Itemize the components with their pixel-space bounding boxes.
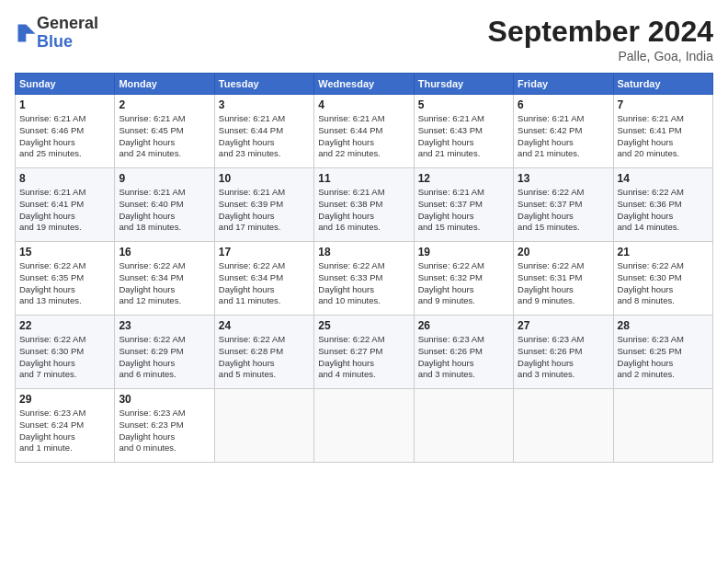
day-number: 1 xyxy=(19,98,110,111)
table-row: 29 Sunrise: 6:23 AMSunset: 6:24 PMDaylig… xyxy=(16,389,115,463)
day-number: 4 xyxy=(318,98,409,111)
day-info: Sunrise: 6:21 AMSunset: 6:39 PMDaylight … xyxy=(219,187,285,232)
day-info: Sunrise: 6:23 AMSunset: 6:26 PMDaylight … xyxy=(418,334,484,379)
day-number: 29 xyxy=(19,393,110,406)
table-row xyxy=(514,389,613,463)
col-sunday: Sunday xyxy=(16,74,115,95)
day-number: 18 xyxy=(318,246,409,259)
day-info: Sunrise: 6:21 AMSunset: 6:44 PMDaylight … xyxy=(219,113,285,158)
day-info: Sunrise: 6:22 AMSunset: 6:34 PMDaylight … xyxy=(219,260,285,305)
table-row: 14 Sunrise: 6:22 AMSunset: 6:36 PMDaylig… xyxy=(613,168,712,242)
table-row: 16 Sunrise: 6:22 AMSunset: 6:34 PMDaylig… xyxy=(115,242,214,316)
title-block: September 2024 Palle, Goa, India xyxy=(488,15,713,63)
table-row: 4 Sunrise: 6:21 AMSunset: 6:44 PMDayligh… xyxy=(314,95,414,168)
table-row xyxy=(414,389,513,463)
day-number: 30 xyxy=(119,393,210,406)
day-number: 11 xyxy=(318,172,409,185)
table-row: 19 Sunrise: 6:22 AMSunset: 6:32 PMDaylig… xyxy=(414,242,513,316)
day-info: Sunrise: 6:22 AMSunset: 6:28 PMDaylight … xyxy=(219,334,285,379)
day-info: Sunrise: 6:22 AMSunset: 6:36 PMDaylight … xyxy=(618,187,684,232)
day-info: Sunrise: 6:21 AMSunset: 6:45 PMDaylight … xyxy=(119,113,185,158)
day-number: 7 xyxy=(618,98,709,111)
day-info: Sunrise: 6:21 AMSunset: 6:37 PMDaylight … xyxy=(418,187,484,232)
calendar-table: Sunday Monday Tuesday Wednesday Thursday… xyxy=(15,73,713,463)
table-row: 2 Sunrise: 6:21 AMSunset: 6:45 PMDayligh… xyxy=(115,95,214,168)
day-number: 15 xyxy=(19,246,110,259)
day-number: 14 xyxy=(618,172,709,185)
table-row: 26 Sunrise: 6:23 AMSunset: 6:26 PMDaylig… xyxy=(414,316,513,389)
day-number: 16 xyxy=(119,246,210,259)
logo-blue: Blue xyxy=(37,33,98,52)
day-number: 9 xyxy=(119,172,210,185)
table-row: 7 Sunrise: 6:21 AMSunset: 6:41 PMDayligh… xyxy=(613,95,712,168)
table-row: 6 Sunrise: 6:21 AMSunset: 6:42 PMDayligh… xyxy=(514,95,613,168)
day-number: 22 xyxy=(19,319,110,332)
logo: General Blue xyxy=(15,15,98,52)
table-row: 12 Sunrise: 6:21 AMSunset: 6:37 PMDaylig… xyxy=(414,168,513,242)
table-row: 28 Sunrise: 6:23 AMSunset: 6:25 PMDaylig… xyxy=(613,316,712,389)
day-info: Sunrise: 6:21 AMSunset: 6:46 PMDaylight … xyxy=(19,113,85,158)
day-info: Sunrise: 6:22 AMSunset: 6:37 PMDaylight … xyxy=(518,187,584,232)
logo-icon xyxy=(17,23,37,43)
col-wednesday: Wednesday xyxy=(314,74,414,95)
table-row: 24 Sunrise: 6:22 AMSunset: 6:28 PMDaylig… xyxy=(214,316,313,389)
day-info: Sunrise: 6:22 AMSunset: 6:27 PMDaylight … xyxy=(318,334,384,379)
col-monday: Monday xyxy=(115,74,214,95)
day-number: 17 xyxy=(219,246,310,259)
day-info: Sunrise: 6:21 AMSunset: 6:40 PMDaylight … xyxy=(119,187,185,232)
table-row: 23 Sunrise: 6:22 AMSunset: 6:29 PMDaylig… xyxy=(115,316,214,389)
day-number: 2 xyxy=(119,98,210,111)
col-thursday: Thursday xyxy=(414,74,513,95)
day-number: 8 xyxy=(19,172,110,185)
calendar-week-row: 15 Sunrise: 6:22 AMSunset: 6:35 PMDaylig… xyxy=(16,242,713,316)
table-row: 11 Sunrise: 6:21 AMSunset: 6:38 PMDaylig… xyxy=(314,168,414,242)
svg-marker-0 xyxy=(17,24,35,41)
calendar-week-row: 1 Sunrise: 6:21 AMSunset: 6:46 PMDayligh… xyxy=(16,95,713,168)
table-row: 15 Sunrise: 6:22 AMSunset: 6:35 PMDaylig… xyxy=(16,242,115,316)
page-header: General Blue September 2024 Palle, Goa, … xyxy=(15,15,713,63)
day-number: 3 xyxy=(219,98,310,111)
day-info: Sunrise: 6:23 AMSunset: 6:26 PMDaylight … xyxy=(518,334,584,379)
day-info: Sunrise: 6:22 AMSunset: 6:30 PMDaylight … xyxy=(19,334,85,379)
day-info: Sunrise: 6:21 AMSunset: 6:41 PMDaylight … xyxy=(19,187,85,232)
day-info: Sunrise: 6:21 AMSunset: 6:38 PMDaylight … xyxy=(318,187,384,232)
day-info: Sunrise: 6:21 AMSunset: 6:43 PMDaylight … xyxy=(418,113,484,158)
table-row: 22 Sunrise: 6:22 AMSunset: 6:30 PMDaylig… xyxy=(16,316,115,389)
day-info: Sunrise: 6:22 AMSunset: 6:35 PMDaylight … xyxy=(19,260,85,305)
day-info: Sunrise: 6:22 AMSunset: 6:29 PMDaylight … xyxy=(119,334,185,379)
day-number: 21 xyxy=(618,246,709,259)
day-number: 27 xyxy=(518,319,609,332)
table-row: 25 Sunrise: 6:22 AMSunset: 6:27 PMDaylig… xyxy=(314,316,414,389)
table-row xyxy=(314,389,414,463)
day-number: 10 xyxy=(219,172,310,185)
table-row xyxy=(214,389,313,463)
location: Palle, Goa, India xyxy=(488,49,713,63)
day-info: Sunrise: 6:23 AMSunset: 6:23 PMDaylight … xyxy=(119,408,185,453)
table-row: 20 Sunrise: 6:22 AMSunset: 6:31 PMDaylig… xyxy=(514,242,613,316)
table-row: 8 Sunrise: 6:21 AMSunset: 6:41 PMDayligh… xyxy=(16,168,115,242)
day-info: Sunrise: 6:22 AMSunset: 6:34 PMDaylight … xyxy=(119,260,185,305)
day-info: Sunrise: 6:23 AMSunset: 6:25 PMDaylight … xyxy=(618,334,684,379)
day-number: 25 xyxy=(318,319,409,332)
table-row: 9 Sunrise: 6:21 AMSunset: 6:40 PMDayligh… xyxy=(115,168,214,242)
day-info: Sunrise: 6:22 AMSunset: 6:30 PMDaylight … xyxy=(618,260,684,305)
day-number: 26 xyxy=(418,319,509,332)
day-info: Sunrise: 6:23 AMSunset: 6:24 PMDaylight … xyxy=(19,408,85,453)
table-row: 18 Sunrise: 6:22 AMSunset: 6:33 PMDaylig… xyxy=(314,242,414,316)
table-row: 10 Sunrise: 6:21 AMSunset: 6:39 PMDaylig… xyxy=(214,168,313,242)
calendar-week-row: 29 Sunrise: 6:23 AMSunset: 6:24 PMDaylig… xyxy=(16,389,713,463)
calendar-week-row: 22 Sunrise: 6:22 AMSunset: 6:30 PMDaylig… xyxy=(16,316,713,389)
table-row xyxy=(613,389,712,463)
day-info: Sunrise: 6:21 AMSunset: 6:41 PMDaylight … xyxy=(618,113,684,158)
col-friday: Friday xyxy=(514,74,613,95)
table-row: 13 Sunrise: 6:22 AMSunset: 6:37 PMDaylig… xyxy=(514,168,613,242)
day-info: Sunrise: 6:22 AMSunset: 6:32 PMDaylight … xyxy=(418,260,484,305)
day-number: 28 xyxy=(618,319,709,332)
col-tuesday: Tuesday xyxy=(214,74,313,95)
day-number: 24 xyxy=(219,319,310,332)
col-saturday: Saturday xyxy=(613,74,712,95)
table-row: 5 Sunrise: 6:21 AMSunset: 6:43 PMDayligh… xyxy=(414,95,513,168)
calendar-header-row: Sunday Monday Tuesday Wednesday Thursday… xyxy=(16,74,713,95)
table-row: 17 Sunrise: 6:22 AMSunset: 6:34 PMDaylig… xyxy=(214,242,313,316)
day-number: 19 xyxy=(418,246,509,259)
